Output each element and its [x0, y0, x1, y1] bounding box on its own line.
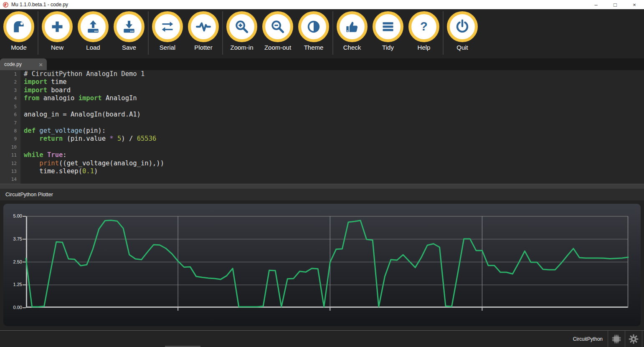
toolbar-button-circle	[114, 11, 145, 42]
code-segment: 5	[117, 135, 121, 142]
code-text: # CircuitPython AnalogIn Demo 1	[20, 70, 145, 78]
code-segment: )	[94, 167, 98, 175]
gear-icon	[628, 333, 639, 345]
zoom-in-icon	[233, 18, 250, 35]
load-icon	[85, 18, 101, 35]
toolbar-button-circle	[42, 11, 73, 42]
code-text: time.sleep(0.1)	[20, 167, 98, 175]
window-controls: – □ ×	[586, 0, 644, 9]
close-button[interactable]: ×	[625, 0, 644, 9]
code-segment: print	[39, 160, 59, 167]
code-text: analog_in = AnalogIn(board.A1)	[20, 111, 141, 119]
code-segment: while	[24, 151, 43, 159]
admin-settings-button[interactable]	[625, 331, 642, 347]
code-text: import time	[20, 78, 67, 86]
code-segment: True	[47, 151, 63, 159]
toolbar-button-plotter[interactable]: Plotter	[185, 9, 221, 51]
code-line[interactable]: 11while True:	[0, 151, 644, 159]
code-segment: # CircuitPython AnalogIn Demo 1	[24, 70, 145, 78]
code-segment: import	[24, 78, 47, 86]
code-segment: time.sleep(	[24, 167, 82, 175]
plotter-header: CircuitPython Plotter	[0, 189, 644, 200]
toolbar-button-zoom-in[interactable]: Zoom-in	[224, 9, 260, 51]
toolbar-button-label: Plotter	[194, 44, 212, 51]
tab-label: code.py	[4, 61, 22, 67]
code-text: import board	[20, 86, 71, 94]
toolbar-button-load[interactable]: Load	[75, 9, 111, 51]
code-segment: from	[24, 94, 39, 102]
plotter-region: 5.003.752.501.250.00	[0, 200, 644, 330]
toolbar-button-circle	[188, 11, 219, 42]
code-segment: import	[79, 94, 102, 102]
toolbar-button-label: Save	[122, 44, 136, 51]
check-icon	[344, 18, 360, 35]
code-line[interactable]: 7	[0, 119, 644, 127]
quit-icon	[454, 18, 471, 35]
tab-code-py[interactable]: code.py ×	[0, 58, 47, 70]
toolbar-button-circle	[152, 11, 183, 42]
chip-icon	[611, 333, 622, 345]
toolbar-button-help[interactable]: ?Help	[406, 9, 442, 51]
y-tick-label: 0.00	[6, 305, 22, 310]
code-line[interactable]: 10	[0, 143, 644, 151]
code-segment	[43, 151, 47, 159]
editor[interactable]: 1# CircuitPython AnalogIn Demo 12import …	[0, 70, 644, 184]
line-number: 1	[0, 70, 20, 78]
line-number: 11	[0, 151, 20, 159]
line-number: 6	[0, 111, 20, 119]
code-segment: def	[24, 127, 35, 134]
code-line[interactable]: 12 print((get_voltage(analog_in),))	[0, 160, 644, 167]
voltage-series-line	[26, 220, 628, 307]
maximize-button[interactable]: □	[606, 0, 625, 9]
toolbar-button-tidy[interactable]: Tidy	[370, 9, 406, 51]
code-segment: analog_in = AnalogIn(board.A1)	[24, 111, 141, 118]
toolbar-button-zoom-out[interactable]: Zoom-out	[260, 9, 296, 51]
code-segment	[114, 135, 117, 142]
code-text: from analogio import AnalogIn	[20, 94, 137, 102]
new-icon	[49, 18, 66, 35]
theme-icon	[305, 18, 322, 35]
code-line[interactable]: 8def get_voltage(pin):	[0, 127, 644, 135]
code-segment: *	[109, 135, 113, 142]
code-line[interactable]: 1# CircuitPython AnalogIn Demo 1	[0, 70, 644, 78]
toolbar-button-check[interactable]: Check	[334, 9, 370, 51]
toolbar: ModeNewLoadSaveSerialPlotterZoom-inZoom-…	[0, 9, 644, 58]
mu-editor-window: Mu 1.1.0.beta.1 - code.py – □ × ModeNewL…	[0, 0, 644, 347]
code-line[interactable]: 5	[0, 103, 644, 111]
line-number: 8	[0, 127, 20, 135]
mode-status-label: CircuitPython	[573, 336, 603, 342]
line-number: 2	[0, 78, 20, 86]
code-line[interactable]: 4from analogio import AnalogIn	[0, 94, 644, 102]
plot-area: 5.003.752.501.250.00	[26, 216, 628, 308]
tidy-icon	[380, 18, 396, 35]
code-line[interactable]: 14	[0, 175, 644, 183]
code-segment: ) /	[121, 135, 137, 142]
code-text: while True:	[20, 151, 67, 159]
line-number: 5	[0, 103, 20, 111]
device-status-button[interactable]	[608, 331, 625, 347]
toolbar-button-label: Check	[343, 44, 361, 51]
toolbar-button-label: Serial	[160, 44, 175, 51]
toolbar-button-theme[interactable]: Theme	[296, 9, 332, 51]
code-line[interactable]: 6analog_in = AnalogIn(board.A1)	[0, 111, 644, 119]
toolbar-button-mode[interactable]: Mode	[1, 9, 37, 51]
minimize-button[interactable]: –	[586, 0, 606, 9]
toolbar-button-new[interactable]: New	[39, 9, 75, 51]
window-title: Mu 1.1.0.beta.1 - code.py	[11, 2, 68, 8]
code-segment: time	[47, 78, 67, 86]
toolbar-button-quit[interactable]: Quit	[444, 9, 480, 51]
pane-splitter[interactable]	[0, 184, 644, 189]
code-text: print((get_voltage(analog_in),))	[20, 160, 164, 167]
zoom-out-icon	[269, 18, 286, 35]
code-line[interactable]: 2import time	[0, 78, 644, 86]
code-line[interactable]: 9 return (pin.value * 5) / 65536	[0, 135, 644, 143]
code-line[interactable]: 3import board	[0, 86, 644, 94]
code-line[interactable]: 13 time.sleep(0.1)	[0, 167, 644, 175]
toolbar-button-save[interactable]: Save	[111, 9, 147, 51]
line-number: 9	[0, 135, 20, 143]
toolbar-button-serial[interactable]: Serial	[150, 9, 185, 51]
code-text	[20, 103, 24, 111]
toolbar-button-circle	[78, 11, 109, 42]
code-segment: analogio	[39, 94, 78, 102]
tab-close-icon[interactable]: ×	[39, 61, 43, 68]
